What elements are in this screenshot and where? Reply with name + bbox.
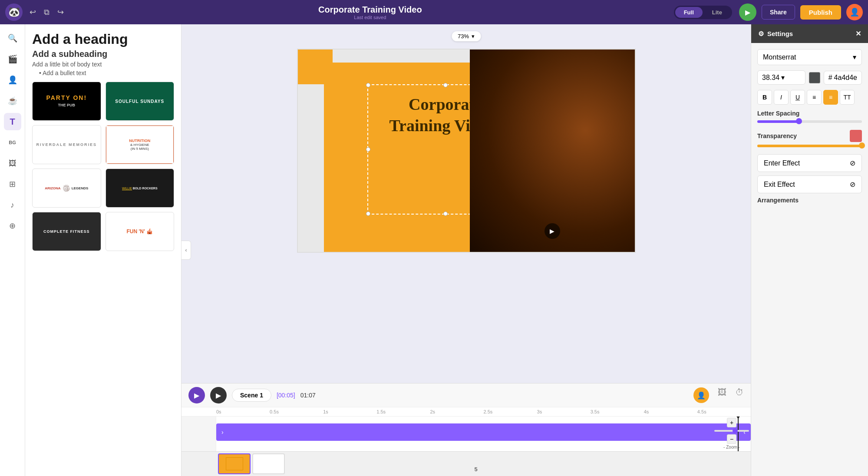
slide-canvas[interactable]: Corporate Training Videos ⊹ ⚙ 🎨 ⚙ 🔒 🗑	[297, 49, 636, 253]
sidebar-item-tables[interactable]: ⊞	[4, 175, 21, 193]
zoom-minus-button[interactable]: −	[727, 434, 736, 444]
template-card-arizona[interactable]: ARIZONA 🏐 LEGENDS	[32, 169, 101, 208]
sidebar-item-background[interactable]: BG	[4, 134, 21, 151]
settings-header-left: ⚙ Settings	[758, 30, 793, 38]
timeline-current-time: [00:05]	[277, 392, 295, 399]
scene-thumb-1[interactable]	[218, 453, 251, 474]
user-avatar[interactable]: 👤	[846, 4, 863, 20]
scene-label[interactable]: Scene 1	[232, 389, 271, 402]
template-card-soulful-sundays[interactable]: SOULFUL SUNDAYS	[106, 82, 175, 121]
timeline-play-button[interactable]: ▶	[188, 387, 205, 403]
handle-bottom-mid[interactable]	[443, 212, 448, 216]
scene-number: 5	[475, 466, 478, 473]
sidebar-item-layers[interactable]: ⊕	[4, 217, 21, 235]
sidebar-item-scenes[interactable]: 🎬	[4, 50, 21, 68]
lite-mode-button[interactable]: Lite	[703, 7, 731, 18]
zoom-value: 73%	[458, 33, 469, 40]
zoom-indicator[interactable]: 73% ▾	[452, 31, 481, 41]
handle-top-mid[interactable]	[443, 83, 448, 87]
text-format-row: B I U ≡ ≡ TT	[757, 90, 862, 105]
template-card-nutrition[interactable]: NUTRITION & HYGIENE (IN 5 MINS)	[106, 125, 175, 164]
settings-panel: ⚙ Settings ✕ Montserrat ▾ 38.34 ▾ # 4a4d…	[751, 24, 868, 476]
sidebar-item-text[interactable]: T	[4, 113, 21, 130]
ruler-0s: 0s	[216, 409, 270, 414]
share-button[interactable]: Share	[762, 5, 795, 20]
scene-thumbnails: 5	[182, 451, 751, 476]
ruler-4s: 4s	[644, 409, 697, 414]
template-bullet[interactable]: • Add a bullet text	[39, 69, 174, 76]
sidebar-item-audio[interactable]: ♪	[4, 196, 21, 214]
mode-toggle: Full Lite	[674, 6, 732, 19]
timeline-character-icon[interactable]: 👤	[693, 387, 709, 403]
zoom-slider-thumb[interactable]	[733, 428, 738, 433]
template-heading[interactable]: Add a heading	[32, 31, 174, 47]
zoom-slider[interactable]	[714, 430, 749, 432]
sidebar-item-user[interactable]: 👤	[4, 71, 21, 89]
full-mode-button[interactable]: Full	[675, 7, 703, 18]
track-arrow-left[interactable]: ›	[221, 429, 224, 436]
hex-input[interactable]: # 4a4d4e	[824, 71, 862, 85]
ruler-4.5s: 4.5s	[697, 409, 751, 414]
exit-effect-row[interactable]: Exit Effect ⊘	[757, 175, 862, 193]
enter-effect-row[interactable]: Enter Effect ⊘	[757, 154, 862, 172]
sidebar-item-search[interactable]: 🔍	[4, 30, 21, 47]
sidebar-item-images[interactable]: 🖼	[4, 155, 21, 172]
template-card-riverdale[interactable]: RIVERDALE MEMORIES	[32, 125, 101, 164]
template-card-bold-rockers[interactable]: WILLIE BOLD ROCKERS	[106, 169, 175, 208]
scene-thumb-2[interactable]	[252, 453, 285, 474]
handle-top-left[interactable]	[366, 83, 370, 87]
fontsize-chevron: ▾	[781, 73, 785, 82]
app-logo[interactable]: 🐼	[5, 3, 23, 21]
project-title: Corporate Training Video	[66, 5, 674, 15]
template-card-party-on[interactable]: PARTY ON! THE PUB	[32, 82, 101, 121]
color-swatch[interactable]	[809, 72, 820, 83]
video-hand-image	[470, 50, 635, 252]
align-button[interactable]: ≡	[823, 90, 838, 105]
zoom-plus-button[interactable]: +	[727, 418, 736, 427]
ruler-1.5s: 1.5s	[376, 409, 430, 414]
template-subheading[interactable]: Add a subheading	[32, 49, 174, 59]
fontsize-value: 38.34	[762, 74, 779, 82]
timeline-camera-icon[interactable]: ⏱	[735, 387, 744, 403]
timeline-icons: 👤 🖼 ⏱	[693, 387, 744, 403]
preview-play-button[interactable]: ▶	[739, 3, 756, 21]
handle-left-mid[interactable]	[366, 147, 370, 152]
undo-button[interactable]: ↩	[27, 6, 39, 19]
settings-body: Montserrat ▾ 38.34 ▾ # 4a4d4e B I U	[751, 43, 868, 476]
letter-spacing-thumb[interactable]	[796, 118, 802, 124]
template-card-fun-n[interactable]: FUN 'N' 🎪	[106, 212, 175, 251]
list-button[interactable]: ≡	[807, 90, 822, 105]
canvas-wrapper: ‹ 73% ▾	[182, 24, 751, 476]
zoom-label: - Zoom -	[723, 445, 740, 450]
italic-button[interactable]: I	[774, 90, 789, 105]
transparency-slider[interactable]	[757, 145, 862, 147]
video-play-icon[interactable]: ▶	[545, 223, 560, 239]
letter-spacing-label: Letter Spacing	[757, 110, 862, 117]
transparency-label: Transparency	[757, 132, 797, 139]
handle-bottom-left[interactable]	[366, 212, 370, 216]
underline-button[interactable]: U	[790, 90, 805, 105]
track-main[interactable]: › ‹	[216, 416, 751, 451]
font-dropdown[interactable]: Montserrat ▾	[757, 49, 862, 65]
settings-gear-icon: ⚙	[758, 30, 764, 38]
settings-close-button[interactable]: ✕	[855, 30, 861, 38]
timeline-media-icon[interactable]: 🖼	[718, 387, 726, 403]
timeline-play-button-2[interactable]: ▶	[210, 387, 227, 403]
template-body[interactable]: Add a little bit of body text	[32, 61, 174, 68]
transparency-thumb[interactable]	[859, 142, 865, 149]
redo-button[interactable]: ⧉	[41, 6, 52, 19]
timeline-tracks: › ‹ + − - Zoom -	[182, 416, 751, 451]
ruler-marks: 0s 0.5s 1s 1.5s 2s 2.5s 3s 3.5s 4s 4.5s	[182, 409, 751, 414]
panel-toggle[interactable]: ‹	[182, 241, 191, 260]
ruler-2s: 2s	[430, 409, 483, 414]
ruler-2.5s: 2.5s	[483, 409, 537, 414]
publish-button[interactable]: Publish	[800, 5, 841, 20]
template-card-complete-fitness[interactable]: COMPLETE FITNESS	[32, 212, 101, 251]
bold-button[interactable]: B	[757, 90, 772, 105]
letter-spacing-slider[interactable]	[757, 120, 862, 123]
fontsize-input[interactable]: 38.34 ▾	[757, 70, 805, 85]
track-bar[interactable]: › ‹	[216, 423, 751, 441]
tt-button[interactable]: TT	[840, 90, 855, 105]
sidebar-item-media[interactable]: ☕	[4, 92, 21, 109]
copy-button[interactable]: ↪	[55, 6, 66, 19]
